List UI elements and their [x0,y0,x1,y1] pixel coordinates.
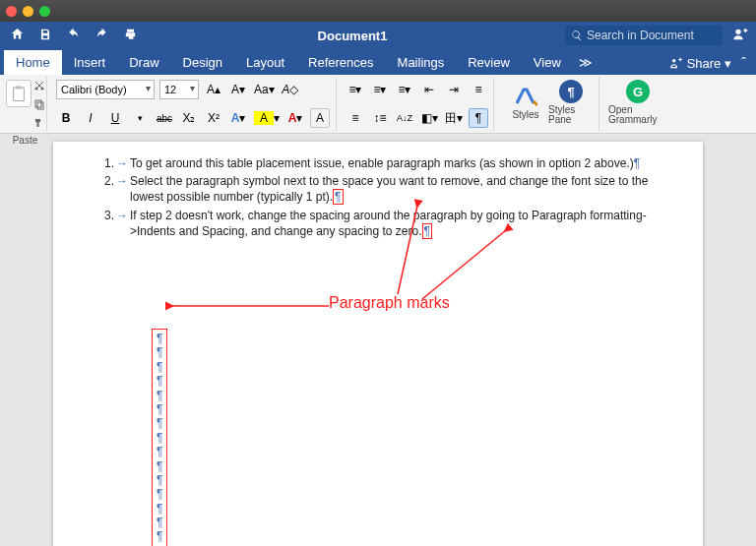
paragraph-mark: ¶ [157,445,162,458]
copy-icon[interactable] [33,98,45,113]
annotation-arrow-up2 [417,225,516,304]
multilevel-button[interactable]: ≡▾ [395,80,414,99]
cut-icon[interactable] [33,80,45,94]
svg-rect-7 [37,102,43,109]
tab-arrow-icon: → [116,208,130,239]
paragraph-mark: ¶ [157,502,162,516]
maximize-window[interactable] [39,6,50,17]
change-case-button[interactable]: Aa▾ [253,80,276,99]
clear-formatting-button[interactable]: A◇ [281,80,300,99]
paragraph-mark: ¶ [157,389,162,402]
paste-icon[interactable] [6,80,32,107]
font-size-select[interactable]: 12 [159,80,199,99]
styles-button[interactable]: Styles [503,80,548,125]
svg-rect-6 [35,100,41,107]
paragraph-mark: ¶ [157,529,162,543]
line-spacing-button[interactable]: ↕≡ [370,108,390,128]
tab-insert[interactable]: Insert [62,50,118,75]
show-paragraph-marks-button[interactable]: ¶ [469,108,488,128]
borders-button[interactable]: 田▾ [444,108,464,128]
decrease-indent-button[interactable]: ⇤ [419,80,439,99]
paragraph-mark: ¶ [157,416,162,430]
paragraph-mark: ¶ [157,516,162,529]
paragraph-mark: ¶ [157,459,162,473]
paragraph-mark: ¶ [157,360,162,374]
styles-group: Styles ¶ Styles Pane [498,77,599,131]
paragraph-group: ≡▾ ≡▾ ≡▾ ⇤ ⇥ ≡ ≡ ↕≡ A↓Z ◧▾ 田▾ ¶ [341,77,494,131]
bullets-button[interactable]: ≡▾ [346,80,365,99]
paragraph-mark: ¶ [157,402,162,416]
svg-line-9 [398,206,417,294]
tab-arrow-icon: → [116,155,130,171]
list-item: 3. → If step 2 doesn't work, change the … [93,208,663,239]
tab-draw[interactable]: Draw [117,50,170,75]
print-icon[interactable] [123,28,138,44]
svg-point-0 [735,29,740,33]
annotation-arrow-left [166,299,334,313]
minimize-window[interactable] [23,6,33,17]
account-icon[interactable] [732,27,748,45]
redo-icon[interactable] [94,28,109,44]
strikethrough-button[interactable]: abc [155,108,174,128]
share-button[interactable]: Share ▾ [669,56,732,71]
font-name-select[interactable]: Calibri (Body) [56,80,155,99]
decrease-font-button[interactable]: A▾ [228,80,248,99]
clipboard-group: Paste [4,77,47,131]
list-item: 1. → To get around this table placement … [93,155,663,171]
numbered-list: 1. → To get around this table placement … [93,155,663,239]
char-border-button[interactable]: A [310,108,330,128]
align-center-button[interactable]: ≡ [346,108,365,128]
paragraph-mark: ¶ [157,473,162,487]
undo-icon[interactable] [66,28,81,44]
font-group: Calibri (Body) 12 A▴ A▾ Aa▾ A◇ B I U ▾ a… [51,77,337,131]
styles-icon [514,86,537,107]
tab-view[interactable]: View [522,50,573,75]
subscript-button[interactable]: X₂ [179,108,199,128]
paragraph-mark: ¶ [634,156,640,170]
close-window[interactable] [6,6,17,17]
styles-pane-button[interactable]: ¶ Styles Pane [548,80,594,125]
home-icon[interactable] [10,27,25,44]
underline-dropdown[interactable]: ▾ [130,108,150,128]
paragraph-mark: ¶ [157,487,162,501]
grammarly-icon: G [626,80,650,103]
document-area: 1. → To get around this table placement … [0,134,756,546]
styles-pane-icon: ¶ [559,80,583,103]
font-color-button[interactable]: A▾ [285,108,305,128]
text-effects-button[interactable]: A▾ [228,108,248,128]
tab-review[interactable]: Review [456,50,522,75]
bold-button[interactable]: B [56,108,76,128]
collapse-ribbon-icon[interactable]: ˆ [741,55,746,71]
numbering-button[interactable]: ≡▾ [370,80,390,99]
highlight-button[interactable]: A▾ [253,108,281,128]
increase-font-button[interactable]: A▴ [204,80,223,99]
tab-home[interactable]: Home [4,50,62,75]
search-placeholder: Search in Document [587,29,694,42]
underline-button[interactable]: U [105,108,125,128]
share-icon [669,56,683,70]
svg-line-10 [422,230,506,299]
ribbon: Paste Calibri (Body) 12 A▴ A▾ Aa▾ A◇ B I… [0,75,756,134]
shading-button[interactable]: ◧▾ [419,108,439,128]
page[interactable]: 1. → To get around this table placement … [53,142,703,546]
tab-design[interactable]: Design [171,50,234,75]
increase-indent-button[interactable]: ⇥ [444,80,464,99]
paragraph-marks-column: ¶¶¶¶¶¶¶¶¶¶¶¶¶¶¶¶¶ [152,329,167,546]
paragraph-mark: ¶ [157,345,162,359]
sort-button[interactable]: A↓Z [395,108,414,128]
tab-overflow[interactable]: ≫ [573,50,598,75]
ribbon-tabs: Home Insert Draw Design Layout Reference… [0,49,756,75]
format-painter-icon[interactable] [33,117,45,132]
grammarly-button[interactable]: G Open Grammarly [608,80,667,125]
align-left-button[interactable]: ≡ [469,80,488,99]
paragraph-mark: ¶ [157,431,162,445]
tab-references[interactable]: References [296,50,385,75]
tab-mailings[interactable]: Mailings [386,50,457,75]
italic-button[interactable]: I [81,108,100,128]
paragraph-mark: ¶ [157,332,162,345]
tab-arrow-icon: → [116,173,130,205]
superscript-button[interactable]: X² [204,108,223,128]
search-box[interactable]: Search in Document [565,26,723,45]
save-icon[interactable] [38,28,52,44]
tab-layout[interactable]: Layout [234,50,296,75]
